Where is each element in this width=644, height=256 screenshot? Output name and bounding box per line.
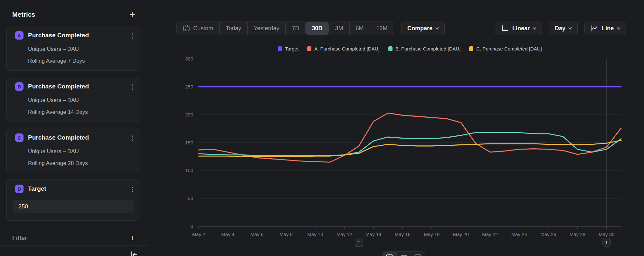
x-axis-label: May 10 [307, 232, 323, 237]
line-chart: 050100150200250300May 2May 4May 6May 8Ma… [0, 0, 644, 256]
mini-line-chart-button[interactable] [382, 252, 396, 256]
x-axis-label: May 22 [482, 232, 498, 237]
mini-bar-chart-button[interactable] [411, 252, 425, 256]
mini-chart-type-switcher [382, 251, 425, 256]
mini-stacked-chart-button[interactable] [396, 252, 411, 256]
x-axis-label: May 16 [395, 232, 411, 237]
y-axis-label: 0 [191, 224, 193, 229]
stacked-panel-icon [400, 254, 407, 256]
x-axis-label: May 26 [540, 232, 556, 237]
x-axis-label: May 20 [453, 232, 469, 237]
y-axis-label: 150 [185, 140, 193, 145]
annotation-badge-label: 1 [357, 240, 360, 245]
y-axis-label: 100 [185, 168, 193, 173]
x-axis-label: May 24 [511, 232, 527, 237]
y-axis-label: 200 [185, 112, 193, 117]
series-line-1 [199, 113, 621, 162]
x-axis-label: May 8 [279, 232, 293, 237]
x-axis-label: May 28 [570, 232, 585, 237]
y-axis-label: 50 [188, 196, 193, 201]
y-axis-label: 250 [185, 84, 193, 89]
y-axis-label: 300 [185, 56, 193, 61]
x-axis-label: May 18 [424, 232, 440, 237]
x-axis-label: May 6 [251, 232, 264, 237]
series-line-3 [199, 141, 621, 157]
x-axis-label: May 12 [336, 232, 352, 237]
line-panel-icon [386, 254, 393, 256]
x-axis-label: May 14 [365, 232, 381, 237]
x-axis-label: May 4 [221, 232, 234, 237]
annotation-badge-label: 1 [605, 240, 608, 245]
x-axis-label: May 30 [599, 232, 614, 237]
x-axis-label: May 2 [192, 232, 205, 237]
bar-panel-icon [414, 254, 421, 256]
